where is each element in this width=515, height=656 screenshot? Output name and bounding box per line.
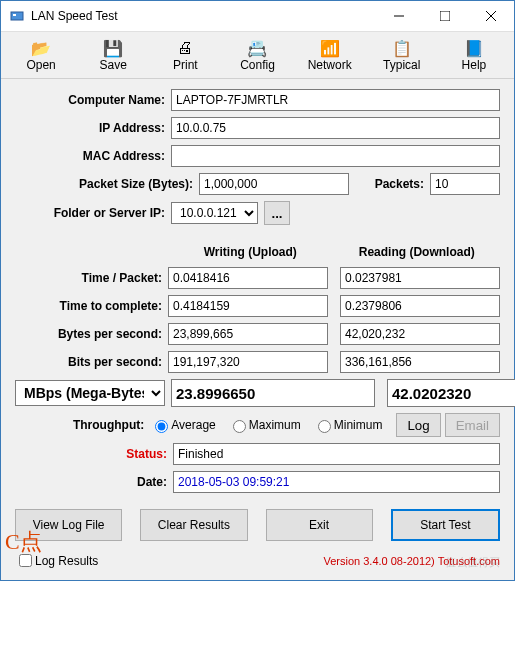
average-radio-input[interactable] (155, 420, 168, 433)
network-icon: 📶 (320, 38, 340, 58)
time-complete-write[interactable] (168, 295, 328, 317)
titlebar: LAN Speed Test (1, 1, 514, 32)
clear-results-button[interactable]: Clear Results (140, 509, 247, 541)
packet-size-field[interactable] (199, 173, 349, 195)
packets-label: Packets: (349, 177, 430, 191)
config-button[interactable]: 📇Config (221, 36, 293, 74)
print-button[interactable]: 🖨Print (149, 36, 221, 74)
svg-rect-1 (13, 14, 16, 16)
start-test-button[interactable]: Start Test (391, 509, 500, 541)
status-field[interactable] (173, 443, 500, 465)
time-packet-write[interactable] (168, 267, 328, 289)
mac-address-field[interactable] (171, 145, 500, 167)
average-radio[interactable]: Average (150, 417, 215, 433)
close-button[interactable] (468, 1, 514, 31)
print-icon: 🖨 (177, 38, 193, 58)
open-icon: 📂 (31, 38, 51, 58)
bytes-sec-label: Bytes per second: (15, 327, 168, 341)
annotation-text: C点 (5, 527, 42, 557)
toolbar-label: Open (26, 58, 55, 72)
bytes-sec-write[interactable] (168, 323, 328, 345)
date-label: Date: (15, 475, 173, 489)
toolbar-label: Help (462, 58, 487, 72)
folder-label: Folder or Server IP: (15, 206, 171, 220)
bits-sec-read[interactable] (340, 351, 500, 373)
time-packet-read[interactable] (340, 267, 500, 289)
app-icon (9, 8, 25, 24)
toolbar: 📂Open 💾Save 🖨Print 📇Config 📶Network 📋Typ… (1, 32, 514, 79)
toolbar-label: Config (240, 58, 275, 72)
time-packet-label: Time / Packet: (15, 271, 168, 285)
log-button[interactable]: Log (396, 413, 440, 437)
checkbox-label: Log Results (35, 554, 98, 568)
version-text: Version 3.4.0 08-2012) Totusoft.com (98, 555, 500, 567)
network-button[interactable]: 📶Network (294, 36, 366, 74)
watermark: 值么值得买 (445, 555, 500, 570)
throughput-label: Throughput: (15, 418, 150, 432)
time-complete-read[interactable] (340, 295, 500, 317)
help-icon: 📘 (464, 38, 484, 58)
minimum-radio[interactable]: Minimum (313, 417, 383, 433)
ip-address-label: IP Address: (15, 121, 171, 135)
writing-header: Writing (Upload) (167, 245, 334, 259)
maximum-radio[interactable]: Maximum (228, 417, 301, 433)
unit-select[interactable]: MBps (Mega-Bytes) (15, 380, 165, 406)
minimize-button[interactable] (376, 1, 422, 31)
ip-address-field[interactable] (171, 117, 500, 139)
date-field[interactable] (173, 471, 500, 493)
bits-sec-label: Bits per second: (15, 355, 168, 369)
maximize-button[interactable] (422, 1, 468, 31)
toolbar-label: Network (308, 58, 352, 72)
window-title: LAN Speed Test (31, 9, 376, 23)
radio-label: Maximum (249, 418, 301, 432)
minimum-radio-input[interactable] (318, 420, 331, 433)
radio-label: Average (171, 418, 215, 432)
typical-icon: 📋 (392, 38, 412, 58)
status-label: Status: (15, 447, 173, 461)
toolbar-label: Typical (383, 58, 420, 72)
toolbar-label: Print (173, 58, 198, 72)
open-button[interactable]: 📂Open (5, 36, 77, 74)
bytes-sec-read[interactable] (340, 323, 500, 345)
packet-size-label: Packet Size (Bytes): (15, 177, 199, 191)
reading-header: Reading (Download) (334, 245, 501, 259)
time-complete-label: Time to complete: (15, 299, 168, 313)
browse-button[interactable]: ... (264, 201, 290, 225)
computer-name-label: Computer Name: (15, 93, 171, 107)
typical-button[interactable]: 📋Typical (366, 36, 438, 74)
help-button[interactable]: 📘Help (438, 36, 510, 74)
maximum-radio-input[interactable] (233, 420, 246, 433)
email-button: Email (445, 413, 500, 437)
svg-rect-3 (440, 11, 450, 21)
mac-address-label: MAC Address: (15, 149, 171, 163)
config-icon: 📇 (247, 38, 267, 58)
save-icon: 💾 (103, 38, 123, 58)
exit-button[interactable]: Exit (266, 509, 373, 541)
packets-field[interactable] (430, 173, 500, 195)
bits-sec-write[interactable] (168, 351, 328, 373)
save-button[interactable]: 💾Save (77, 36, 149, 74)
radio-label: Minimum (334, 418, 383, 432)
mbps-write[interactable] (171, 379, 375, 407)
svg-rect-0 (11, 12, 23, 20)
computer-name-field[interactable] (171, 89, 500, 111)
folder-select[interactable]: 10.0.0.121 (171, 202, 258, 224)
toolbar-label: Save (100, 58, 127, 72)
mbps-read[interactable] (387, 379, 515, 407)
